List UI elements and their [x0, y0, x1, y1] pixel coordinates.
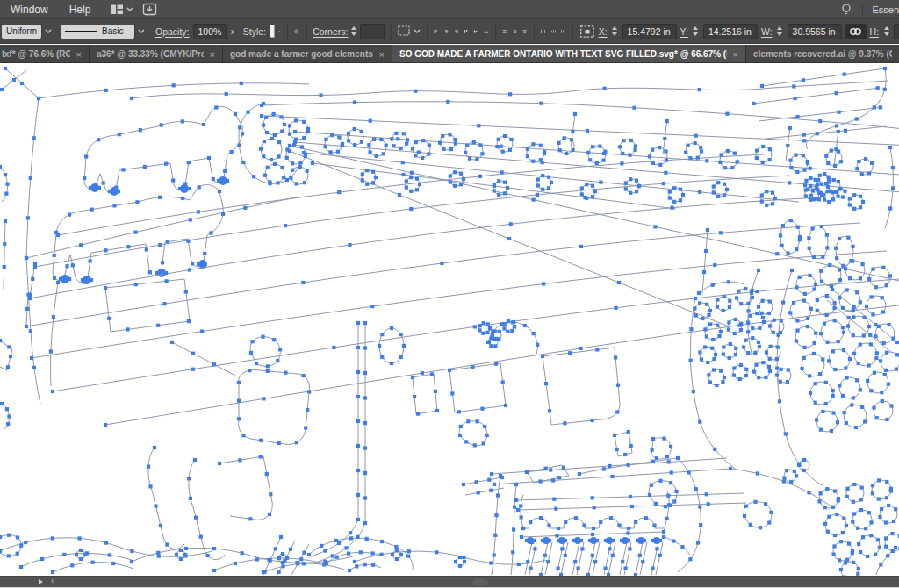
transform-controls: X: 15.4792 in Y: 14.2516 in W: 30.9565 i… [599, 24, 899, 39]
tab-label: god made a farmer good elements.ai @... [230, 49, 373, 59]
play-triangle-icon[interactable] [39, 579, 43, 584]
workspace-name-label[interactable]: Essen [872, 4, 899, 15]
opacity-menu-arrow-icon[interactable]: › [230, 25, 234, 38]
tab-label: SO GOD MADE A FARMER ONTARIO WITH TEXT S… [399, 49, 727, 59]
align-top-icon[interactable] [463, 22, 469, 41]
discover-lightbulb-icon[interactable] [839, 3, 853, 17]
corners-label[interactable]: Corners: [313, 26, 348, 37]
style-swatch[interactable] [270, 25, 275, 38]
variable-width-dropdown[interactable]: Uniform [2, 24, 54, 39]
document-tab-5[interactable]: elements recovered.ai @ 9.37% (CMYK/ [746, 45, 899, 63]
chevron-down-icon [41, 24, 54, 39]
y-stepper[interactable] [692, 26, 700, 36]
h-label[interactable]: H: [870, 26, 880, 37]
align-vertical-center-icon[interactable] [472, 22, 478, 41]
recolor-artwork-icon[interactable] [293, 22, 300, 41]
y-field[interactable]: 14.2516 in [703, 24, 758, 39]
menu-help[interactable]: Help [59, 0, 102, 19]
distribute-vertical-center-icon[interactable] [512, 22, 518, 41]
workspace-switcher-button[interactable] [110, 4, 133, 16]
tab-label: elements recovered.ai @ 9.37% (CMYK/ [753, 49, 892, 59]
distribute-right-icon[interactable] [560, 22, 566, 41]
stepper-down-icon [612, 32, 617, 36]
chevron-down-icon [134, 24, 147, 39]
distribute-left-icon[interactable] [540, 22, 546, 41]
brush-definition-dropdown[interactable]: Basic [61, 24, 147, 39]
workspace-layout-icon [110, 4, 124, 16]
brush-preview: Basic [61, 25, 134, 39]
style-label: Style: [243, 26, 266, 37]
w-label[interactable]: W: [761, 26, 773, 37]
scrollbar-thumb[interactable] [472, 578, 488, 586]
stepper-down-icon [884, 32, 889, 36]
close-icon[interactable]: × [210, 49, 215, 60]
align-to-button[interactable] [579, 25, 595, 39]
stepper-up-icon [777, 26, 782, 30]
variable-width-value: Uniform [2, 25, 41, 39]
x-field[interactable]: 15.4792 in [622, 24, 677, 39]
close-icon[interactable]: × [733, 49, 738, 60]
menubar-separator [862, 3, 863, 17]
corners-stepper[interactable] [351, 26, 356, 36]
stepper-up-icon [884, 26, 889, 30]
document-tab-1[interactable]: lxf* @ 76.6% (RGB/P... × [0, 45, 90, 63]
document-tab-3[interactable]: god made a farmer good elements.ai @... … [223, 45, 392, 63]
chevron-down-icon [414, 29, 421, 33]
control-bar: Uniform Basic Opacity: 100% › Style: Cor… [0, 19, 899, 44]
illustrator-window: Window Help Essen Uniform Basic Opacity: [0, 0, 899, 588]
h-stepper[interactable] [882, 26, 890, 36]
stepper-up-icon [351, 26, 356, 30]
constrain-proportions-button[interactable] [845, 24, 867, 39]
opacity-field[interactable]: 100% [193, 24, 227, 39]
stroke-preview-line [65, 31, 97, 32]
link-icon [849, 27, 862, 36]
artboard-canvas[interactable]: ‹ [0, 63, 899, 588]
menu-bar: Window Help Essen [0, 0, 899, 19]
document-tab-2[interactable]: a36* @ 33.33% (CMYK/Previe... × [90, 45, 223, 63]
close-icon[interactable]: × [76, 49, 82, 60]
canvas-svg [0, 63, 899, 577]
tab-label: a36* @ 33.33% (CMYK/Previe... [97, 49, 204, 59]
opacity-label[interactable]: Opacity: [155, 26, 190, 37]
distribute-top-icon[interactable] [501, 22, 507, 41]
tab-label: lxf* @ 76.6% (RGB/P... [2, 49, 70, 59]
stepper-down-icon [777, 32, 782, 36]
stepper-up-icon [612, 26, 617, 30]
select-similar-icon [397, 25, 412, 38]
x-stepper[interactable] [611, 26, 619, 36]
select-similar-button[interactable] [397, 25, 421, 38]
align-right-icon[interactable] [453, 22, 459, 41]
close-icon[interactable]: × [379, 49, 385, 60]
document-tab-bar: lxf* @ 76.6% (RGB/P... × a36* @ 33.33% (… [0, 45, 899, 63]
chevron-down-icon[interactable] [278, 29, 281, 33]
menu-window[interactable]: Window [0, 0, 59, 19]
distribute-bottom-icon[interactable] [521, 22, 528, 41]
corners-field[interactable] [360, 24, 384, 39]
w-field[interactable]: 30.9565 in [788, 24, 842, 39]
y-label[interactable]: Y: [680, 26, 688, 37]
share-document-button[interactable] [142, 3, 157, 16]
x-label[interactable]: X: [599, 26, 608, 37]
align-horizontal-center-icon[interactable] [443, 22, 450, 41]
align-bottom-icon[interactable] [483, 22, 489, 41]
brush-name: Basic [102, 26, 123, 36]
stepper-up-icon [693, 26, 698, 30]
w-stepper[interactable] [776, 26, 784, 36]
share-arrow-icon [142, 3, 157, 16]
document-tab-4-active[interactable]: SO GOD MADE A FARMER ONTARIO WITH TEXT S… [392, 45, 746, 63]
horizontal-scrollbar[interactable]: ‹ [0, 576, 899, 587]
chevron-down-icon [126, 7, 133, 11]
stepper-down-icon [351, 32, 356, 36]
h-field[interactable]: 2 [894, 24, 899, 39]
align-to-selection-icon [579, 25, 595, 39]
stepper-down-icon [693, 32, 698, 36]
distribute-horizontal-center-icon[interactable] [550, 22, 557, 41]
prev-arrow-icon[interactable]: ‹ [51, 576, 54, 585]
align-left-icon[interactable] [433, 22, 439, 41]
